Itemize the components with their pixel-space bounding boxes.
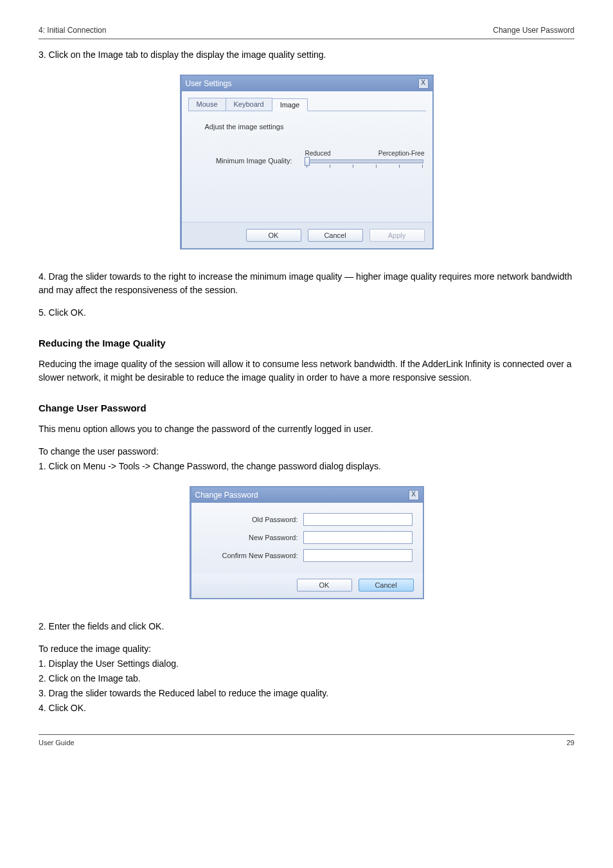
slider-low-label: Reduced — [305, 150, 331, 157]
dialog2-title-text: Change Password — [195, 491, 258, 500]
change-password-dialog: Change Password X Old Password: New Pass… — [190, 486, 424, 599]
image-quality-slider[interactable] — [306, 159, 423, 163]
tab-image[interactable]: Image — [272, 98, 308, 111]
paragraph-step4: 4. Drag the slider towards to the right … — [39, 270, 574, 297]
close-icon[interactable]: X — [418, 78, 429, 89]
ok-button[interactable]: OK — [297, 579, 352, 592]
dialog-title-text: User Settings — [186, 79, 232, 88]
slider-label: Minimum Image Quality: — [202, 150, 292, 165]
header-rule — [39, 39, 574, 39]
tab-bar: Mouse Keyboard Image — [188, 98, 426, 111]
to-change-label: To change the user password: — [39, 445, 574, 458]
reduce-step2: 2. Click on the Image tab. — [39, 672, 574, 685]
header-left: 4: Initial Connection — [39, 26, 106, 35]
slider-ticks — [304, 165, 426, 168]
ok-button[interactable]: OK — [246, 229, 301, 242]
close-icon[interactable]: X — [409, 490, 419, 500]
dialog-titlebar: User Settings X — [182, 76, 432, 91]
reduce-step3: 3. Drag the slider towards the Reduced l… — [39, 687, 574, 700]
user-settings-dialog: User Settings X Mouse Keyboard Image Adj… — [180, 75, 434, 249]
cancel-button[interactable]: Cancel — [359, 579, 414, 592]
tab-mouse[interactable]: Mouse — [188, 98, 226, 111]
confirm-password-label: Confirm New Password: — [202, 552, 298, 559]
old-password-label: Old Password: — [202, 516, 298, 523]
heading-reduce-quality: Reducing the Image Quality — [39, 338, 574, 348]
paragraph-reduce-quality: Reducing the image quality of the sessio… — [39, 357, 574, 384]
confirm-password-input[interactable] — [303, 549, 413, 562]
paragraph-step3: 3. Click on the Image tab to display the… — [39, 48, 574, 62]
tab-keyboard[interactable]: Keyboard — [226, 98, 272, 111]
change-step2: 2. Enter the fields and click OK. — [39, 620, 574, 633]
apply-button[interactable]: Apply — [369, 229, 425, 242]
page-footer: User Guide 29 — [39, 735, 574, 746]
to-reduce-label: To reduce the image quality: — [39, 642, 574, 656]
header-right: Change User Password — [493, 26, 574, 35]
paragraph-step5: 5. Click OK. — [39, 306, 574, 320]
new-password-input[interactable] — [303, 531, 413, 544]
reduce-step4: 4. Click OK. — [39, 701, 574, 715]
page-header: 4: Initial Connection Change User Passwo… — [39, 26, 574, 39]
paragraph-change-password: This menu option allows you to change th… — [39, 422, 574, 436]
heading-change-password: Change User Password — [39, 402, 574, 413]
footer-right: 29 — [567, 739, 574, 746]
old-password-input[interactable] — [303, 513, 413, 526]
slider-thumb[interactable] — [305, 157, 310, 166]
cancel-button[interactable]: Cancel — [308, 229, 363, 242]
footer-left: User Guide — [39, 739, 75, 746]
dialog2-titlebar: Change Password X — [191, 487, 423, 503]
change-step1: 1. Click on Menu -> Tools -> Change Pass… — [39, 460, 574, 473]
image-tab-instruction: Adjust the image settings — [205, 123, 426, 131]
new-password-label: New Password: — [202, 534, 298, 541]
slider-high-label: Perception-Free — [378, 150, 425, 157]
reduce-step1: 1. Display the User Settings dialog. — [39, 657, 574, 671]
